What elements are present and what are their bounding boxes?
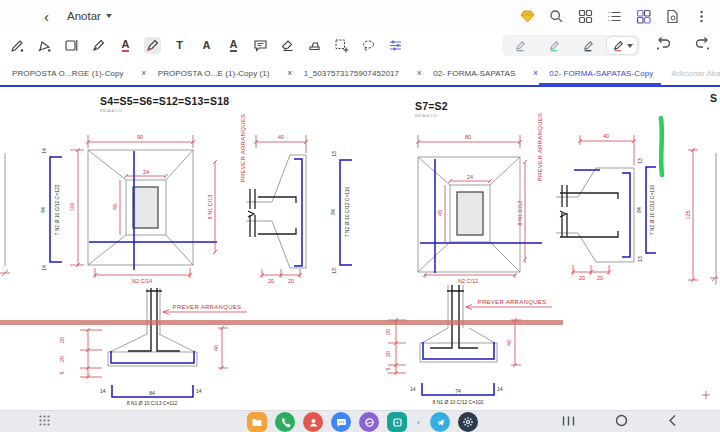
grid-view-icon[interactable] [576, 7, 594, 25]
svg-text:7 N2 Ø 10 C/12 C=122: 7 N2 Ø 10 C/12 C=122 [54, 184, 60, 235]
multi-window-icon[interactable] [634, 7, 652, 25]
close-icon[interactable]: × [0, 68, 10, 78]
pen-preset-black[interactable] [573, 37, 603, 54]
document-tab-bar: × PROPOSTA O...RGE (1)-Copy × PROPOSTA O… [0, 59, 720, 87]
underline-a-icon[interactable]: A [225, 37, 242, 54]
add-tab-button[interactable]: Adicionar Aba + [661, 69, 720, 78]
close-icon[interactable]: × [523, 68, 547, 78]
undo-icon[interactable] [655, 35, 672, 55]
elev-left-footing-rebar [111, 351, 194, 363]
close-icon[interactable]: × [278, 68, 302, 78]
messages-app-icon[interactable] [331, 412, 351, 432]
s7-section-rebar-black [560, 185, 618, 237]
s4-prever-label: PREVER ARRANQUES [240, 114, 246, 183]
svg-text:40: 40 [213, 345, 219, 351]
back-icon[interactable]: ‹ [44, 8, 49, 25]
pen-preset-group [502, 35, 640, 56]
eraser-tool-icon[interactable] [279, 37, 296, 54]
auto-shape-pen-icon[interactable] [36, 37, 53, 54]
s7-prever-label: PREVER ARRANQUES [537, 113, 543, 182]
tab-forma-sapatas-copy-active[interactable]: × 02- FORMA-SAPATAS-Copy [523, 60, 661, 86]
svg-text:14: 14 [497, 386, 503, 392]
svg-text:84: 84 [636, 207, 642, 213]
home-nav-icon[interactable] [615, 413, 628, 431]
s7-scale: ESCALA 1:25 [415, 114, 437, 118]
active-pen-tool-icon[interactable] [144, 37, 161, 54]
phone-app-icon[interactable] [275, 412, 295, 432]
elev-right-prever-label: PREVER ARRANQUES [478, 299, 547, 305]
svg-text:20: 20 [288, 278, 294, 284]
comment-tool-icon[interactable] [252, 37, 269, 54]
svg-text:8 N1 C/12: 8 N1 C/12 [517, 201, 523, 226]
svg-text:7 N2 Ø 10 C/12 C=110: 7 N2 Ø 10 C/12 C=110 [649, 184, 655, 235]
redo-icon[interactable] [694, 35, 711, 55]
taskbar [0, 410, 720, 432]
svg-text:40: 40 [278, 134, 284, 140]
more-menu-icon[interactable] [692, 7, 710, 25]
premium-gem-icon[interactable] [518, 7, 536, 25]
font-a-icon[interactable]: A [198, 37, 215, 54]
marker-tool-icon[interactable] [306, 37, 323, 54]
apps-grid-icon[interactable] [38, 413, 51, 431]
telegram-app-icon[interactable] [430, 412, 450, 432]
tab-proposta-2[interactable]: × PROPOSTA O...E (1)-Copy (1) [132, 60, 278, 86]
pen-preset-green[interactable] [539, 37, 569, 54]
list-view-icon[interactable] [605, 7, 623, 25]
svg-text:N2 C/14: N2 C/14 [132, 278, 152, 284]
green-pen-annotation-stroke[interactable] [661, 118, 662, 175]
pdf-page-canvas[interactable]: S4=S5=S6=S12=S13=S18 ESCALA 1:25 14 94 7… [0, 85, 720, 410]
fountain-pen-icon[interactable] [90, 37, 107, 54]
svg-text:20: 20 [268, 278, 274, 284]
favorites-toolbar-icon[interactable] [387, 37, 404, 54]
lasso-tool-icon[interactable] [360, 37, 377, 54]
tab-forma-sapatas[interactable]: × 02- FORMA-SAPATAS [407, 60, 523, 86]
files-app-icon[interactable] [247, 412, 267, 432]
elev-right-dims [388, 305, 552, 376]
tablet-screen: ‹ Anotar [0, 0, 720, 432]
pen-preset-red-active[interactable] [607, 37, 637, 54]
nav-buttons [562, 413, 677, 431]
s4-section-rebar-blue [294, 159, 302, 266]
annotation-toolbar: A T A A [0, 32, 720, 59]
svg-text:14: 14 [41, 148, 47, 154]
svg-text:20: 20 [579, 275, 585, 281]
tab-proposta-1[interactable]: × PROPOSTA O...RGE (1)-Copy [0, 60, 132, 86]
s7-section-rebar-blue [574, 170, 630, 257]
contacts-app-icon[interactable] [303, 412, 323, 432]
magic-pen-icon[interactable] [9, 37, 26, 54]
svg-text:14: 14 [196, 388, 202, 394]
pen-preset-gray[interactable] [505, 37, 535, 54]
elevation-left: PREVER ARRANQUES 40 20 20 5 14 84 14 8 N… [59, 288, 247, 406]
back-nav-icon[interactable] [668, 413, 677, 431]
search-icon[interactable] [547, 7, 565, 25]
text-tool-icon[interactable]: T [171, 37, 188, 54]
recents-nav-icon[interactable] [562, 413, 575, 431]
select-area-tool-icon[interactable] [333, 37, 350, 54]
document-icon[interactable] [663, 7, 681, 25]
calendar-app-icon[interactable] [387, 412, 407, 432]
s4-section-dims [254, 135, 308, 278]
svg-text:20: 20 [597, 275, 603, 281]
tab-numbered[interactable]: × 1_5037573175907452017 [278, 60, 408, 86]
app-bar-actions [518, 7, 720, 25]
svg-text:125: 125 [685, 210, 691, 219]
svg-text:100: 100 [69, 202, 75, 211]
close-icon[interactable]: × [407, 68, 431, 78]
s4-group: S4=S5=S6=S12=S13=S18 ESCALA 1:25 14 94 7… [40, 95, 308, 284]
svg-text:14: 14 [41, 265, 47, 271]
s4-scale: ESCALA 1:25 [100, 109, 122, 113]
svg-text:40: 40 [603, 133, 609, 139]
highlight-text-a-icon[interactable]: A [117, 37, 134, 54]
settings-app-icon[interactable] [458, 412, 478, 432]
internet-app-icon[interactable] [359, 412, 379, 432]
dock-separator-dot [417, 421, 420, 424]
close-icon[interactable]: × [132, 68, 156, 78]
mode-label: Anotar [67, 10, 101, 22]
undo-redo-group [655, 35, 711, 55]
svg-text:7 N2 Ø 10 C/12 C=110: 7 N2 Ø 10 C/12 C=110 [344, 186, 350, 237]
s4-title: S4=S5=S6=S12=S13=S18 [100, 95, 229, 107]
mode-dropdown[interactable]: Anotar [67, 10, 112, 22]
tool-group-left: A T A A [0, 37, 404, 54]
text-box-tool-icon[interactable] [63, 37, 80, 54]
s4-column [133, 187, 158, 228]
